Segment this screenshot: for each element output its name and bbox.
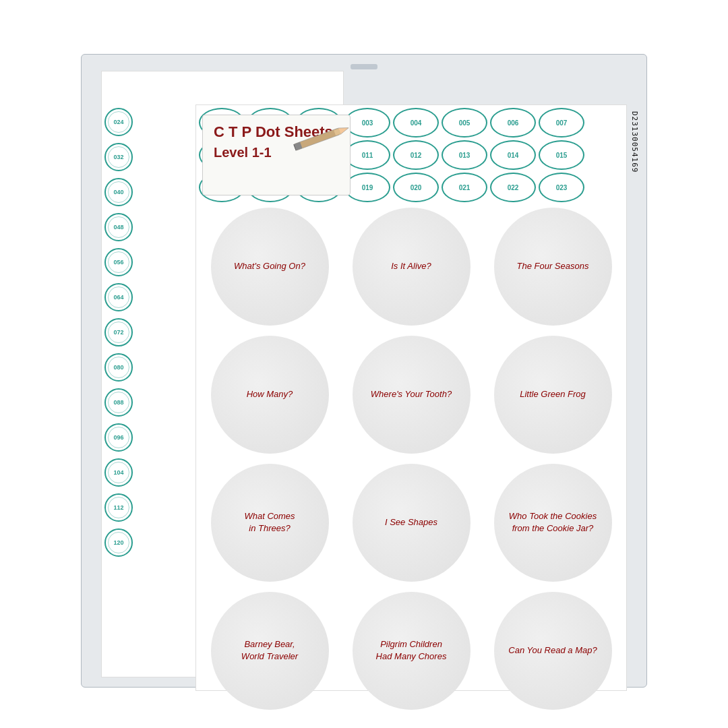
sticker-number: 014 bbox=[490, 140, 536, 170]
sticker-number: 019 bbox=[344, 173, 390, 202]
sticker-number: 003 bbox=[344, 108, 390, 138]
circle-item: Is It Alive? bbox=[340, 202, 482, 330]
circle-bg: The Four Seasons bbox=[494, 208, 612, 326]
sticker-number: 022 bbox=[490, 173, 536, 202]
circle-label: Pilgrim Children Had Many Chores bbox=[376, 638, 447, 663]
circle-label: The Four Seasons bbox=[517, 260, 589, 272]
circle-bg: Where's Your Tooth? bbox=[353, 336, 471, 454]
circle-bg: Is It Alive? bbox=[353, 208, 471, 326]
sticker-number: 120 bbox=[104, 528, 133, 557]
sticker-number: 056 bbox=[104, 248, 133, 276]
sticker-number: 048 bbox=[104, 213, 133, 241]
sticker-number: 012 bbox=[393, 140, 439, 170]
circle-bg: Little Green Frog bbox=[494, 336, 612, 454]
circle-item: The Four Seasons bbox=[482, 202, 624, 330]
circles-row: How Many?Where's Your Tooth?Little Green… bbox=[199, 330, 624, 458]
sticker-number: 005 bbox=[442, 108, 487, 138]
circle-item: How Many? bbox=[199, 330, 340, 458]
sticker-number: 064 bbox=[104, 283, 133, 311]
circle-item: Little Green Frog bbox=[482, 330, 624, 458]
circle-label: Little Green Frog bbox=[520, 388, 586, 400]
sticker-number: 080 bbox=[104, 353, 133, 382]
circle-label: Where's Your Tooth? bbox=[371, 388, 452, 400]
sticker-number: 015 bbox=[539, 140, 584, 170]
scene: 024032040048056064072080088096104112120 … bbox=[61, 34, 667, 694]
circle-label: Barney Bear, World Traveler bbox=[241, 638, 298, 663]
circle-item: Pilgrim Children Had Many Chores bbox=[340, 586, 482, 715]
sticker-number: 088 bbox=[104, 388, 133, 417]
circle-label: How Many? bbox=[247, 388, 293, 400]
circle-item: Where's Your Tooth? bbox=[340, 330, 482, 458]
circle-bg: I See Shapes bbox=[353, 464, 471, 582]
circle-bg: How Many? bbox=[211, 336, 329, 454]
circle-label: I See Shapes bbox=[385, 516, 437, 528]
circle-bg: Who Took the Cookies from the Cookie Jar… bbox=[494, 464, 612, 582]
sticker-number: 096 bbox=[104, 423, 133, 452]
sticker-number: 112 bbox=[104, 493, 133, 522]
circle-bg: Barney Bear, World Traveler bbox=[211, 592, 329, 710]
circles-row: What Comes in Threes?I See ShapesWho Too… bbox=[199, 458, 624, 586]
sticker-number: 013 bbox=[442, 140, 487, 170]
circle-bg: What Comes in Threes? bbox=[211, 464, 329, 582]
sticker-number: 011 bbox=[344, 140, 390, 170]
circles-grid: What's Going On?Is It Alive?The Four Sea… bbox=[199, 202, 624, 715]
circle-item: I See Shapes bbox=[340, 458, 482, 586]
circle-label: Who Took the Cookies from the Cookie Jar… bbox=[509, 510, 597, 535]
sticker-number: 007 bbox=[539, 108, 584, 138]
circle-item: Can You Read a Map? bbox=[482, 586, 624, 715]
circle-label: Is It Alive? bbox=[391, 260, 431, 272]
sticker-number: 040 bbox=[104, 178, 133, 206]
sticker-number: 021 bbox=[442, 173, 487, 202]
circle-item: Who Took the Cookies from the Cookie Jar… bbox=[482, 458, 624, 586]
circle-bg: Pilgrim Children Had Many Chores bbox=[353, 592, 471, 710]
sticker-number: 006 bbox=[490, 108, 536, 138]
sticker-number: 023 bbox=[539, 173, 584, 202]
barcode-label: D23130054169 bbox=[630, 111, 639, 173]
circles-row: What's Going On?Is It Alive?The Four Sea… bbox=[199, 202, 624, 330]
sticker-number: 104 bbox=[104, 458, 133, 487]
circle-label: What Comes in Threes? bbox=[244, 510, 295, 535]
sticker-number: 020 bbox=[393, 173, 439, 202]
circle-item: Barney Bear, World Traveler bbox=[199, 586, 340, 715]
sticker-number: 024 bbox=[104, 108, 133, 136]
circle-label: What's Going On? bbox=[234, 260, 305, 272]
circle-bg: What's Going On? bbox=[211, 208, 329, 326]
sticker-number: 032 bbox=[104, 143, 133, 171]
circle-label: Can You Read a Map? bbox=[508, 644, 597, 657]
sleeve-clip bbox=[351, 64, 377, 69]
circle-bg: Can You Read a Map? bbox=[494, 592, 612, 710]
circle-item: What's Going On? bbox=[199, 202, 340, 330]
circle-item: What Comes in Threes? bbox=[199, 458, 340, 586]
circles-row: Barney Bear, World TravelerPilgrim Child… bbox=[199, 586, 624, 715]
sticker-number: 004 bbox=[393, 108, 439, 138]
sticker-number: 072 bbox=[104, 318, 133, 346]
